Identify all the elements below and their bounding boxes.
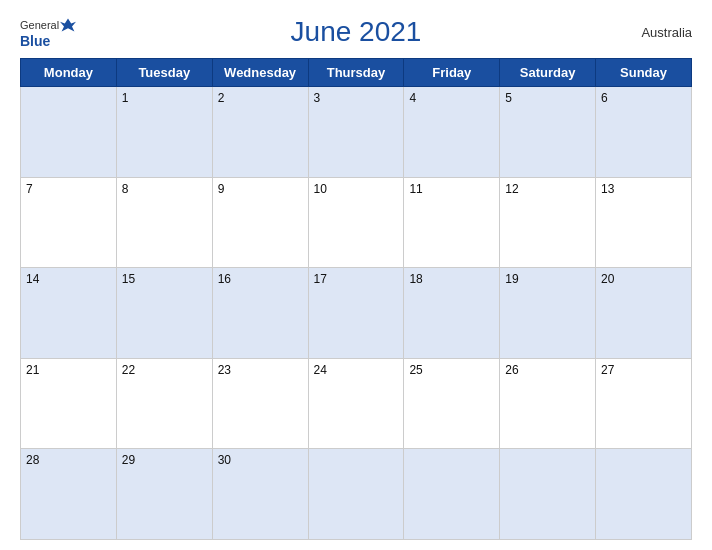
calendar-cell: 20 [596, 268, 692, 359]
calendar-cell: 27 [596, 358, 692, 449]
day-number: 9 [218, 182, 225, 196]
day-number: 29 [122, 453, 135, 467]
dow-header-sunday: Sunday [596, 59, 692, 87]
calendar-table: MondayTuesdayWednesdayThursdayFridaySatu… [20, 58, 692, 540]
day-number: 3 [314, 91, 321, 105]
dow-header-wednesday: Wednesday [212, 59, 308, 87]
day-number: 6 [601, 91, 608, 105]
day-number: 2 [218, 91, 225, 105]
day-number: 25 [409, 363, 422, 377]
day-number: 13 [601, 182, 614, 196]
calendar-cell: 15 [116, 268, 212, 359]
calendar-body: 1234567891011121314151617181920212223242… [21, 87, 692, 540]
calendar-week-1: 123456 [21, 87, 692, 178]
day-number: 22 [122, 363, 135, 377]
day-number: 7 [26, 182, 33, 196]
calendar-cell: 4 [404, 87, 500, 178]
day-number: 19 [505, 272, 518, 286]
calendar-week-4: 21222324252627 [21, 358, 692, 449]
day-number: 4 [409, 91, 416, 105]
calendar-cell: 6 [596, 87, 692, 178]
calendar-cell [596, 449, 692, 540]
calendar-cell: 2 [212, 87, 308, 178]
calendar-cell: 9 [212, 177, 308, 268]
calendar-cell: 11 [404, 177, 500, 268]
page-title: June 2021 [291, 16, 422, 48]
calendar-cell [404, 449, 500, 540]
calendar-cell: 17 [308, 268, 404, 359]
calendar-cell: 22 [116, 358, 212, 449]
logo-bird-icon [60, 17, 76, 33]
day-number: 30 [218, 453, 231, 467]
logo-blue-text: Blue [20, 33, 50, 49]
day-number: 27 [601, 363, 614, 377]
calendar-cell: 23 [212, 358, 308, 449]
logo: General Blue [20, 15, 76, 49]
calendar-cell: 10 [308, 177, 404, 268]
calendar-cell: 25 [404, 358, 500, 449]
svg-marker-0 [60, 18, 76, 31]
calendar-header: General Blue June 2021 Australia [20, 10, 692, 48]
calendar-cell: 24 [308, 358, 404, 449]
calendar-cell: 16 [212, 268, 308, 359]
calendar-cell: 14 [21, 268, 117, 359]
calendar-cell: 7 [21, 177, 117, 268]
day-number: 16 [218, 272, 231, 286]
day-number: 8 [122, 182, 129, 196]
dow-header-thursday: Thursday [308, 59, 404, 87]
day-number: 11 [409, 182, 422, 196]
day-number: 1 [122, 91, 129, 105]
day-number: 20 [601, 272, 614, 286]
calendar-cell: 19 [500, 268, 596, 359]
calendar-cell: 1 [116, 87, 212, 178]
calendar-cell: 5 [500, 87, 596, 178]
day-number: 24 [314, 363, 327, 377]
calendar-cell: 26 [500, 358, 596, 449]
calendar-cell [21, 87, 117, 178]
day-number: 14 [26, 272, 39, 286]
calendar-cell [308, 449, 404, 540]
calendar-cell: 3 [308, 87, 404, 178]
dow-header-saturday: Saturday [500, 59, 596, 87]
day-number: 17 [314, 272, 327, 286]
calendar-cell: 21 [21, 358, 117, 449]
calendar-week-5: 282930 [21, 449, 692, 540]
day-number: 18 [409, 272, 422, 286]
calendar-cell: 12 [500, 177, 596, 268]
dow-header-monday: Monday [21, 59, 117, 87]
dow-header-tuesday: Tuesday [116, 59, 212, 87]
calendar-cell: 30 [212, 449, 308, 540]
day-number: 15 [122, 272, 135, 286]
day-number: 10 [314, 182, 327, 196]
calendar-header-row: MondayTuesdayWednesdayThursdayFridaySatu… [21, 59, 692, 87]
day-number: 23 [218, 363, 231, 377]
logo-general-text: General [20, 15, 76, 33]
calendar-cell: 18 [404, 268, 500, 359]
calendar-cell: 28 [21, 449, 117, 540]
calendar-cell: 29 [116, 449, 212, 540]
calendar-week-2: 78910111213 [21, 177, 692, 268]
calendar-cell: 8 [116, 177, 212, 268]
day-number: 12 [505, 182, 518, 196]
country-label: Australia [641, 25, 692, 40]
calendar-cell [500, 449, 596, 540]
calendar-week-3: 14151617181920 [21, 268, 692, 359]
day-number: 5 [505, 91, 512, 105]
day-number: 26 [505, 363, 518, 377]
day-number: 28 [26, 453, 39, 467]
dow-header-friday: Friday [404, 59, 500, 87]
calendar-cell: 13 [596, 177, 692, 268]
day-number: 21 [26, 363, 39, 377]
